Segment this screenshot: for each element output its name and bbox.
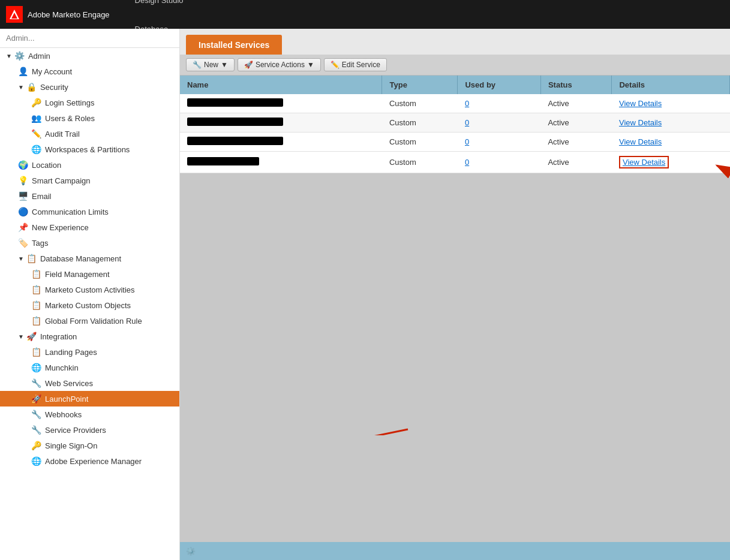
sidebar-item-label: Munchkin	[45, 363, 173, 372]
sidebar-item-integration[interactable]: ▼ 🚀 Integration	[0, 329, 179, 344]
toolbar: 🔧 New ▼ 🚀 Service Actions ▼ ✏️ Edit Serv…	[180, 55, 730, 76]
svg-line-4	[306, 429, 408, 435]
account-icon: 👤	[18, 67, 28, 76]
col-status: Status	[540, 76, 612, 94]
sidebar-item-adobe-experience-manager[interactable]: 🌐 Adobe Experience Manager	[0, 453, 179, 469]
new-exp-icon: 📌	[18, 222, 28, 232]
sidebar-item-label: Workspaces & Partitions	[45, 145, 173, 154]
sidebar-item-label: Landing Pages	[45, 348, 173, 357]
sidebar-item-email[interactable]: 🖥️ Email	[0, 188, 179, 204]
audit-icon: ✏️	[31, 129, 41, 139]
sidebar-item-label: Admin	[28, 52, 173, 61]
view-details-link[interactable]: View Details	[619, 137, 662, 146]
service-actions-dropdown-icon: ▼	[307, 61, 314, 69]
sidebar-item-single-sign-on[interactable]: 🔑 Single Sign-On	[0, 438, 179, 453]
service-actions-button[interactable]: 🚀 Service Actions ▼	[238, 58, 321, 71]
sidebar-item-label: Single Sign-On	[45, 441, 173, 450]
sidebar-item-location[interactable]: 🌍 Location	[0, 157, 179, 173]
sidebar-item-tags[interactable]: 🏷️ Tags	[0, 235, 179, 251]
used-by-cell: 0	[458, 113, 540, 133]
sidebar-item-smart-campaign[interactable]: 💡 Smart Campaign	[0, 173, 179, 188]
used-by-link[interactable]: 0	[465, 158, 469, 167]
sidebar-item-security[interactable]: ▼ 🔒 Security	[0, 79, 179, 95]
sidebar-item-label: New Experience	[32, 223, 173, 232]
col-details: Details	[612, 76, 730, 94]
sidebar-item-label: Integration	[40, 332, 173, 341]
sidebar-item-workspaces[interactable]: 🌐 Workspaces & Partitions	[0, 141, 179, 157]
sidebar-item-label: LaunchPoint	[45, 395, 173, 404]
sidebar-item-communication-limits[interactable]: 🔵 Communication Limits	[0, 204, 179, 219]
main-content: Installed Services 🔧 New ▼ 🚀 Service Act…	[180, 29, 730, 560]
status-bar: ⚙️	[180, 542, 730, 560]
sidebar-item-web-services[interactable]: 🔧 Web Services	[0, 375, 179, 391]
view-details-link[interactable]: View Details	[619, 118, 662, 127]
smart-campaign-icon: 💡	[18, 176, 28, 185]
sidebar-item-label: My Account	[32, 67, 173, 76]
used-by-link[interactable]: 0	[465, 118, 469, 127]
sidebar-item-database-management[interactable]: ▼ 📋 Database Management	[0, 251, 179, 266]
sidebar-item-label: Login Settings	[45, 98, 173, 107]
sidebar-item-form-validation[interactable]: 📋 Global Form Validation Rule	[0, 313, 179, 329]
table-row: Custom 0 Active View Details	[180, 152, 730, 173]
expand-icon: ▼	[18, 84, 24, 91]
sidebar-item-field-management[interactable]: 📋 Field Management	[0, 266, 179, 282]
sidebar-item-new-experience[interactable]: 📌 New Experience	[0, 219, 179, 235]
view-details-highlighted: View Details	[619, 156, 669, 168]
used-by-link[interactable]: 0	[465, 99, 469, 108]
landing-pages-icon: 📋	[31, 347, 41, 357]
app-logo: Adobe Marketo Engage	[6, 6, 122, 23]
table-row: Custom 0 Active View Details	[180, 133, 730, 152]
edit-service-button[interactable]: ✏️ Edit Service	[324, 58, 387, 71]
sidebar-item-service-providers[interactable]: 🔧 Service Providers	[0, 422, 179, 438]
status-cell: Active	[540, 113, 612, 133]
nav-design-studio[interactable]: Design Studio	[128, 0, 209, 14]
sidebar-item-label: Tags	[32, 239, 173, 248]
table-row: Custom 0 Active View Details	[180, 94, 730, 113]
view-details-link-highlighted[interactable]: View Details	[623, 158, 665, 167]
custom-objects-icon: 📋	[31, 300, 41, 310]
sidebar-search-container	[0, 29, 179, 48]
sidebar-item-users-roles[interactable]: 👥 Users & Roles	[0, 110, 179, 126]
type-cell: Custom	[382, 94, 458, 113]
type-cell: Custom	[382, 152, 458, 173]
redacted-name	[187, 137, 283, 145]
table-wrapper: Name Type Used by Status Details Custom …	[180, 76, 730, 173]
tab-installed-services[interactable]: Installed Services	[186, 35, 282, 55]
new-label: New	[204, 61, 218, 69]
sidebar-item-munchkin[interactable]: 🌐 Munchkin	[0, 360, 179, 375]
table-row: Custom 0 Active View Details	[180, 113, 730, 133]
sidebar-item-label: Webhooks	[45, 410, 173, 419]
web-services-icon: 🔧	[31, 378, 41, 388]
sidebar-item-label: Service Providers	[45, 426, 173, 435]
email-icon: 🖥️	[18, 191, 28, 201]
new-icon: 🔧	[193, 61, 202, 69]
edit-service-icon: ✏️	[331, 61, 340, 69]
sidebar-item-audit-trail[interactable]: ✏️ Audit Trail	[0, 126, 179, 141]
redacted-name	[187, 98, 283, 107]
details-cell: View Details	[612, 113, 730, 133]
sidebar-item-label: Smart Campaign	[32, 176, 173, 185]
sidebar-item-admin[interactable]: ▼ ⚙️ Admin	[0, 48, 179, 64]
sidebar-item-login-settings[interactable]: 🔑 Login Settings	[0, 95, 179, 110]
sidebar-item-label: Global Form Validation Rule	[45, 317, 173, 326]
view-details-link[interactable]: View Details	[619, 99, 662, 108]
sidebar-search-input[interactable]	[6, 34, 173, 43]
workspace-icon: 🌐	[31, 144, 41, 154]
sidebar-item-custom-objects[interactable]: 📋 Marketo Custom Objects	[0, 297, 179, 313]
sidebar-item-landing-pages[interactable]: 📋 Landing Pages	[0, 344, 179, 360]
sidebar-item-label: Database Management	[40, 254, 173, 263]
sidebar-item-label: Security	[40, 83, 173, 92]
sidebar-item-label: Web Services	[45, 379, 173, 388]
service-actions-label: Service Actions	[256, 61, 305, 69]
used-by-link[interactable]: 0	[465, 137, 469, 146]
sidebar-item-my-account[interactable]: 👤 My Account	[0, 64, 179, 79]
name-cell	[180, 133, 382, 152]
sidebar-item-label: Marketo Custom Objects	[45, 301, 173, 310]
new-button[interactable]: 🔧 New ▼	[186, 58, 235, 71]
sidebar-item-custom-activities[interactable]: 📋 Marketo Custom Activities	[0, 282, 179, 297]
sidebar-item-webhooks[interactable]: 🔧 Webhooks	[0, 407, 179, 422]
launchpoint-icon: 🚀	[31, 394, 41, 404]
status-cell: Active	[540, 133, 612, 152]
type-cell: Custom	[382, 113, 458, 133]
sidebar-item-launchpoint[interactable]: 🚀 LaunchPoint	[0, 391, 179, 407]
